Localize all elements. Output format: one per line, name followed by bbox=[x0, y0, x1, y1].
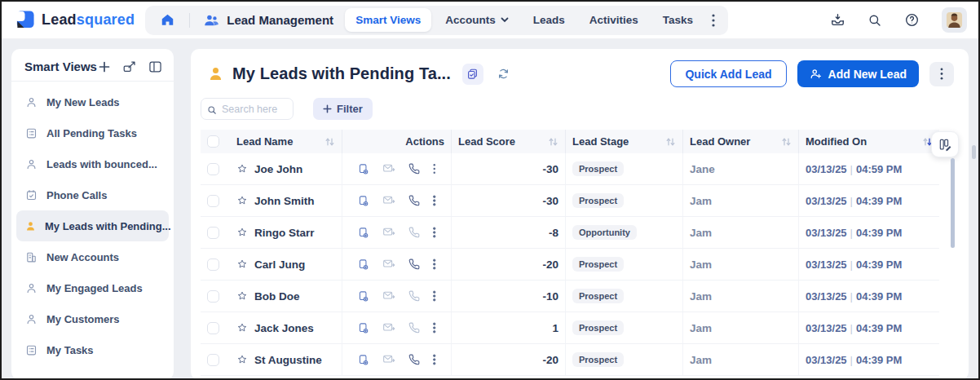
row-checkbox[interactable] bbox=[207, 322, 219, 334]
person-icon bbox=[24, 282, 38, 294]
lead-name-link[interactable]: Ringo Starr bbox=[254, 227, 315, 239]
filter-button[interactable]: Filter bbox=[313, 98, 373, 120]
leadsquared-logo[interactable]: Leadsquared bbox=[15, 10, 135, 30]
nav-more-kebab-icon[interactable] bbox=[707, 11, 720, 30]
manage-views-icon[interactable] bbox=[122, 60, 136, 73]
lead-name-link[interactable]: Joe John bbox=[254, 163, 302, 175]
sidebar-item-my-leads-with-pending[interactable]: My Leads with Pending... bbox=[16, 210, 169, 241]
star-icon[interactable] bbox=[236, 322, 248, 334]
leadsquared-logo-icon bbox=[15, 10, 35, 30]
tab-activities[interactable]: Activities bbox=[579, 8, 649, 32]
column-header-lead-name[interactable]: Lead Name bbox=[230, 130, 342, 153]
sidebar-item-my-customers[interactable]: My Customers bbox=[16, 303, 169, 334]
tab-tasks[interactable]: Tasks bbox=[652, 8, 704, 32]
inbox-import-icon[interactable] bbox=[830, 12, 845, 28]
column-header-modified-on[interactable]: Modified On bbox=[799, 130, 939, 153]
quick-add-lead-button[interactable]: Quick Add Lead bbox=[670, 60, 786, 87]
sidebar-item-my-new-leads[interactable]: My New Leads bbox=[16, 86, 169, 117]
row-checkbox[interactable] bbox=[207, 227, 219, 239]
view-more-kebab-icon[interactable] bbox=[929, 62, 954, 86]
copy-view-icon[interactable] bbox=[462, 64, 483, 85]
columns-edit-icon bbox=[938, 138, 952, 152]
lead-name-link[interactable]: Carl Jung bbox=[254, 258, 305, 271]
star-icon[interactable] bbox=[236, 290, 248, 302]
lead-owner: Jam bbox=[690, 354, 712, 366]
row-kebab-icon[interactable] bbox=[433, 163, 436, 175]
lead-name-link[interactable]: Jack Jones bbox=[254, 322, 314, 334]
collapse-panel-icon[interactable] bbox=[148, 60, 162, 73]
row-checkbox[interactable] bbox=[207, 195, 219, 207]
column-header-lead-stage[interactable]: Lead Stage bbox=[566, 130, 683, 153]
star-icon[interactable] bbox=[236, 227, 248, 238]
note-add-icon[interactable] bbox=[357, 258, 369, 271]
home-icon[interactable] bbox=[153, 12, 181, 28]
main-nav: Lead Management Smart Views Accounts Lea… bbox=[145, 6, 728, 35]
row-kebab-icon[interactable] bbox=[433, 227, 436, 238]
star-icon[interactable] bbox=[236, 163, 248, 175]
phone-icon[interactable] bbox=[408, 163, 420, 175]
refresh-icon[interactable] bbox=[497, 67, 510, 81]
tab-smart-views[interactable]: Smart Views bbox=[345, 8, 431, 32]
email-send-icon[interactable] bbox=[382, 195, 395, 206]
phone-icon[interactable] bbox=[408, 227, 420, 238]
help-icon[interactable] bbox=[904, 12, 920, 28]
edit-columns-button[interactable] bbox=[931, 131, 959, 157]
row-kebab-icon[interactable] bbox=[433, 290, 436, 302]
page-scrollbar-thumb[interactable] bbox=[972, 145, 976, 159]
sidebar-item-new-accounts[interactable]: New Accounts bbox=[16, 241, 169, 272]
note-add-icon[interactable] bbox=[357, 195, 369, 207]
row-kebab-icon[interactable] bbox=[433, 258, 436, 270]
search-icon[interactable] bbox=[867, 13, 882, 28]
table-scrollbar-thumb[interactable] bbox=[951, 158, 955, 248]
note-add-icon[interactable] bbox=[357, 290, 369, 303]
phone-icon[interactable] bbox=[408, 354, 420, 365]
email-send-icon[interactable] bbox=[382, 354, 395, 365]
email-send-icon[interactable] bbox=[382, 227, 395, 238]
note-add-icon[interactable] bbox=[357, 163, 369, 175]
user-avatar[interactable] bbox=[942, 7, 967, 33]
row-checkbox[interactable] bbox=[207, 163, 219, 175]
note-add-icon[interactable] bbox=[357, 227, 369, 239]
phone-icon[interactable] bbox=[408, 258, 420, 270]
row-kebab-icon[interactable] bbox=[433, 195, 436, 206]
phone-icon[interactable] bbox=[408, 322, 420, 334]
lead-name-link[interactable]: Bob Doe bbox=[254, 290, 300, 303]
sidebar-title: Smart Views bbox=[24, 60, 99, 73]
tab-leads[interactable]: Leads bbox=[523, 8, 576, 32]
email-send-icon[interactable] bbox=[382, 258, 395, 270]
modified-on: 03/13/25|04:39 PM bbox=[806, 322, 902, 334]
tab-accounts[interactable]: Accounts bbox=[435, 8, 519, 32]
sidebar-item-my-engaged-leads[interactable]: My Engaged Leads bbox=[16, 272, 169, 303]
add-smart-view-icon[interactable] bbox=[99, 61, 110, 73]
sidebar-item-phone-calls[interactable]: Phone Calls bbox=[16, 179, 169, 210]
view-header: My Leads with Pending Ta... bbox=[191, 49, 969, 95]
row-checkbox[interactable] bbox=[207, 258, 219, 271]
column-header-lead-score[interactable]: Lead Score bbox=[452, 130, 566, 153]
star-icon[interactable] bbox=[236, 195, 248, 206]
row-checkbox[interactable] bbox=[207, 290, 219, 303]
lead-name-link[interactable]: John Smith bbox=[254, 195, 315, 207]
lead-name-link[interactable]: St Augustine bbox=[254, 354, 322, 366]
email-send-icon[interactable] bbox=[382, 322, 395, 334]
phone-icon[interactable] bbox=[408, 290, 420, 302]
row-kebab-icon[interactable] bbox=[433, 354, 436, 365]
note-add-icon[interactable] bbox=[357, 354, 369, 366]
sidebar-divider bbox=[11, 81, 174, 82]
select-all-checkbox[interactable] bbox=[207, 135, 219, 148]
nav-app-lead-management[interactable]: Lead Management bbox=[198, 13, 342, 28]
star-icon[interactable] bbox=[236, 258, 248, 270]
sidebar-item-all-pending-tasks[interactable]: All Pending Tasks bbox=[16, 117, 169, 148]
sidebar-item-leads-with-bounced[interactable]: Leads with bounced... bbox=[16, 148, 169, 179]
phone-icon[interactable] bbox=[408, 195, 420, 206]
column-header-lead-owner[interactable]: Lead Owner bbox=[683, 130, 799, 153]
email-send-icon[interactable] bbox=[382, 163, 395, 175]
email-send-icon[interactable] bbox=[382, 290, 395, 302]
add-new-lead-button[interactable]: Add New Lead bbox=[797, 60, 919, 87]
sidebar-item-my-tasks[interactable]: My Tasks bbox=[16, 334, 169, 365]
sidebar-item-label: Leads with bounced... bbox=[46, 158, 157, 170]
row-checkbox[interactable] bbox=[207, 354, 219, 366]
lead-score: -20 bbox=[452, 249, 566, 280]
star-icon[interactable] bbox=[236, 354, 248, 365]
row-kebab-icon[interactable] bbox=[433, 322, 436, 334]
note-add-icon[interactable] bbox=[357, 322, 369, 334]
